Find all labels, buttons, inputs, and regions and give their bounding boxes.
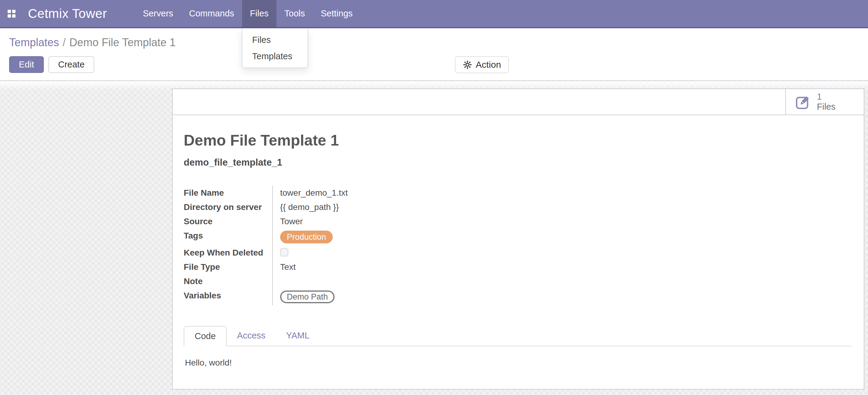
edit-button[interactable]: Edit (9, 56, 44, 73)
breadcrumb-separator: / (63, 36, 66, 48)
field-value (272, 245, 549, 260)
files-stat-button[interactable]: 1 Files (785, 89, 864, 114)
tab-code[interactable]: Code (184, 326, 226, 347)
field-label: Source (184, 214, 272, 229)
main-menu: Servers Commands Files Tools Settings (135, 0, 361, 27)
menu-item-settings[interactable]: Settings (313, 0, 361, 27)
tag-badge: Production (280, 231, 333, 243)
breadcrumb: Templates/Demo File Template 1 (9, 36, 176, 49)
field-label: Keep When Deleted (184, 245, 272, 260)
code-tab-content: Hello, world! (184, 347, 851, 379)
field-row-source: Source Tower (184, 214, 549, 229)
field-value: tower_demo_1.txt (272, 186, 549, 200)
create-button[interactable]: Create (49, 56, 94, 73)
stat-count: 1 (817, 92, 835, 102)
tab-yaml[interactable]: YAML (276, 326, 320, 347)
field-value: Production (272, 229, 549, 245)
app-brand[interactable]: Cetmix Tower (28, 0, 107, 27)
stat-label: Files (817, 102, 835, 112)
record-title: Demo File Template 1 (184, 132, 851, 149)
keep-when-deleted-checkbox[interactable] (280, 248, 288, 257)
field-row-note: Note (184, 274, 549, 288)
top-navbar: Cetmix Tower Servers Commands Files Tool… (0, 0, 868, 28)
tab-access[interactable]: Access (226, 326, 276, 347)
field-row-file-name: File Name tower_demo_1.txt (184, 186, 549, 200)
field-label: File Name (184, 186, 272, 200)
field-row-directory: Directory on server {{ demo_path }} (184, 200, 549, 214)
files-dropdown-menu: Files Templates (242, 29, 308, 68)
field-value: Tower (272, 214, 549, 229)
field-value: {{ demo_path }} (272, 200, 549, 214)
field-label: Tags (184, 229, 272, 243)
field-label: Variables (184, 288, 272, 303)
menu-item-commands[interactable]: Commands (181, 0, 242, 27)
field-row-keep-when-deleted: Keep When Deleted (184, 245, 549, 260)
apps-grid-icon (8, 10, 16, 18)
action-button[interactable]: Action (455, 56, 509, 73)
field-row-variables: Variables Demo Path (184, 288, 549, 305)
gear-icon (463, 60, 472, 69)
control-panel: Templates/Demo File Template 1 Edit Crea… (0, 28, 868, 81)
field-row-file-type: File Type Text (184, 260, 549, 274)
menu-item-files[interactable]: Files (242, 0, 276, 27)
edit-pencil-icon (795, 94, 811, 110)
sheet-body: Demo File Template 1 demo_file_template_… (173, 115, 864, 379)
notebook-tabs: Code Access YAML (184, 326, 851, 347)
record-buttons: Edit Create (9, 56, 94, 73)
field-row-tags: Tags Production (184, 229, 549, 245)
field-group: File Name tower_demo_1.txt Directory on … (184, 186, 549, 305)
stat-text: 1 Files (817, 92, 835, 112)
variable-pill: Demo Path (280, 291, 335, 303)
menu-item-servers[interactable]: Servers (135, 0, 181, 27)
record-reference: demo_file_template_1 (184, 157, 851, 168)
field-value: Demo Path (272, 288, 549, 305)
field-value: Text (272, 260, 549, 274)
dropdown-item-files[interactable]: Files (242, 32, 308, 48)
field-label: Note (184, 274, 272, 288)
stat-button-strip: 1 Files (173, 89, 864, 115)
field-value (272, 274, 549, 288)
form-sheet: 1 Files Demo File Template 1 demo_file_t… (172, 89, 864, 390)
dropdown-item-templates[interactable]: Templates (242, 48, 308, 64)
breadcrumb-current: Demo File Template 1 (69, 36, 176, 48)
breadcrumb-parent-link[interactable]: Templates (9, 36, 59, 48)
action-button-label: Action (476, 60, 501, 70)
menu-item-tools[interactable]: Tools (276, 0, 313, 27)
field-label: File Type (184, 260, 272, 274)
apps-menu-button[interactable] (0, 0, 23, 27)
field-label: Directory on server (184, 200, 272, 214)
